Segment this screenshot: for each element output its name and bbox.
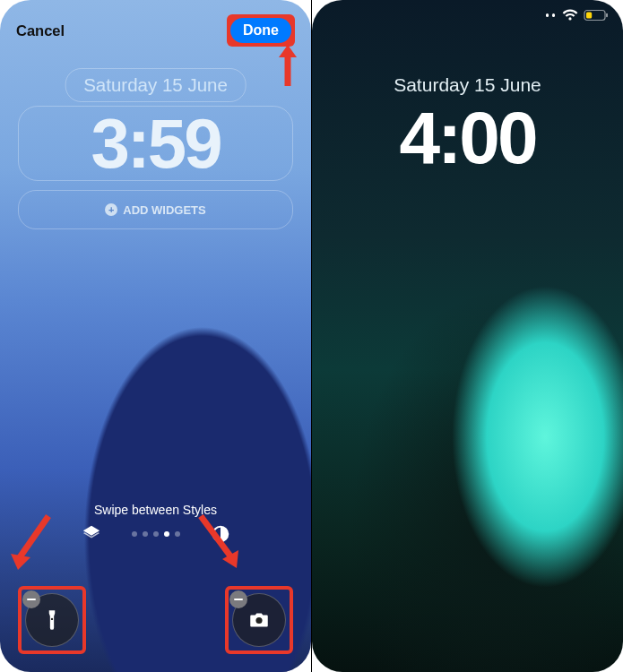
- add-widgets-button[interactable]: + ADD WIDGETS: [18, 190, 293, 229]
- svg-point-1: [51, 618, 53, 620]
- camera-icon: [247, 608, 271, 632]
- date-widget[interactable]: Saturday 15 June: [65, 68, 247, 102]
- page-dot-active: [164, 531, 169, 537]
- styles-pager: Swipe between Styles: [0, 503, 311, 544]
- camera-button[interactable]: [232, 593, 286, 647]
- status-bar-right: [546, 9, 610, 22]
- quick-actions-row: [0, 586, 311, 654]
- annotation-highlight-camera: [225, 586, 293, 654]
- annotation-highlight-done: Done: [227, 14, 295, 47]
- page-dot: [153, 531, 159, 537]
- page-dot: [175, 531, 180, 537]
- battery-low-icon: [584, 9, 609, 22]
- clock-text: 3:59: [91, 108, 220, 178]
- plus-icon: +: [105, 203, 117, 216]
- lockscreen-date: Saturday 15 June: [312, 74, 623, 96]
- wifi-icon: [562, 9, 578, 22]
- done-button[interactable]: Done: [230, 18, 291, 43]
- contrast-icon[interactable]: [211, 524, 230, 544]
- edit-topbar: Cancel Done: [0, 13, 311, 48]
- remove-badge-icon[interactable]: [22, 590, 40, 608]
- svg-rect-5: [586, 12, 592, 18]
- remove-badge-icon[interactable]: [229, 590, 247, 608]
- page-dot: [143, 531, 148, 537]
- add-widgets-label: ADD WIDGETS: [123, 203, 205, 217]
- lockscreen-clock: 4:00: [312, 96, 623, 180]
- flashlight-icon: [40, 608, 64, 632]
- svg-point-2: [255, 617, 262, 624]
- page-dots[interactable]: [132, 531, 180, 537]
- page-dot: [132, 531, 137, 537]
- layers-icon[interactable]: [82, 524, 101, 544]
- annotation-highlight-flashlight: [18, 586, 86, 654]
- clock-widget[interactable]: 3:59: [18, 106, 293, 181]
- cancel-button[interactable]: Cancel: [16, 22, 65, 39]
- phone-right-lockscreen: Saturday 15 June 4:00: [312, 0, 623, 672]
- svg-rect-4: [606, 13, 608, 17]
- phone-left-edit-mode: Cancel Done Saturday 15 June 3:59 + ADD …: [0, 0, 311, 672]
- cellular-signal-icon: [546, 13, 556, 17]
- swipe-styles-label: Swipe between Styles: [94, 503, 217, 517]
- flashlight-button[interactable]: [25, 593, 79, 647]
